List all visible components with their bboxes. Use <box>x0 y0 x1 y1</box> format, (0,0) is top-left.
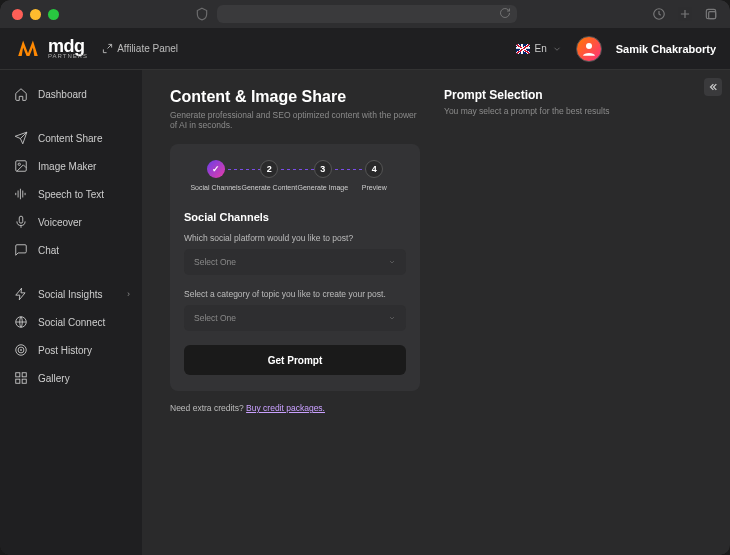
home-icon <box>14 87 28 101</box>
share-icon[interactable] <box>652 7 666 21</box>
sidebar-item-voiceover[interactable]: Voiceover <box>0 208 142 236</box>
platform-select-value: Select One <box>194 257 236 267</box>
maximize-window-button[interactable] <box>48 9 59 20</box>
step-3[interactable]: 3Generate Image <box>297 160 348 191</box>
svg-rect-6 <box>19 216 23 223</box>
brand-sub: PARTNERS <box>48 53 88 59</box>
svg-point-5 <box>18 163 20 165</box>
sidebar: DashboardContent ShareImage MakerSpeech … <box>0 70 142 555</box>
page-subtitle: Generate professional and SEO optimized … <box>170 110 420 130</box>
avatar[interactable] <box>576 36 602 62</box>
mic-icon <box>14 215 28 229</box>
avatar-illustration-icon <box>580 40 598 58</box>
titlebar <box>0 0 730 28</box>
category-select[interactable]: Select One <box>184 305 406 331</box>
prompt-panel-desc: You may select a prompt for the best res… <box>444 106 702 116</box>
buy-credits-link[interactable]: Buy credit packages. <box>246 403 325 413</box>
sound-icon <box>14 187 28 201</box>
new-tab-icon[interactable] <box>678 7 692 21</box>
sidebar-item-post-history[interactable]: Post History <box>0 336 142 364</box>
grid-icon <box>14 371 28 385</box>
step-circle: 4 <box>365 160 383 178</box>
wizard-card: ✓Social Channels2Generate Content3Genera… <box>170 144 420 391</box>
sidebar-item-image-maker[interactable]: Image Maker <box>0 152 142 180</box>
main-content: Content & Image Share Generate professio… <box>142 70 730 555</box>
page-title: Content & Image Share <box>170 88 420 106</box>
step-circle: 3 <box>314 160 332 178</box>
send-icon <box>14 131 28 145</box>
chevron-left-double-icon <box>708 82 718 92</box>
image-icon <box>14 159 28 173</box>
step-2[interactable]: 2Generate Content <box>241 160 297 191</box>
chevron-down-icon <box>388 258 396 266</box>
svg-rect-12 <box>22 373 26 377</box>
exit-icon <box>102 43 113 54</box>
sidebar-item-gallery[interactable]: Gallery <box>0 364 142 392</box>
sidebar-item-label: Content Share <box>38 133 103 144</box>
sidebar-item-social-insights[interactable]: Social Insights› <box>0 280 142 308</box>
chevron-right-icon: › <box>127 289 130 299</box>
sidebar-item-label: Dashboard <box>38 89 87 100</box>
reload-icon[interactable] <box>499 7 511 19</box>
affiliate-panel-link[interactable]: Affiliate Panel <box>102 43 178 54</box>
section-title: Social Channels <box>184 211 406 223</box>
platform-question: Which social platform would you like to … <box>184 233 406 243</box>
affiliate-label: Affiliate Panel <box>117 43 178 54</box>
sidebar-item-label: Speech to Text <box>38 189 104 200</box>
sidebar-item-label: Image Maker <box>38 161 96 172</box>
step-label: Generate Image <box>298 184 349 191</box>
category-select-value: Select One <box>194 313 236 323</box>
minimize-window-button[interactable] <box>30 9 41 20</box>
step-4[interactable]: 4Preview <box>349 160 400 191</box>
sidebar-item-content-share[interactable]: Content Share <box>0 124 142 152</box>
step-circle: ✓ <box>207 160 225 178</box>
step-1[interactable]: ✓Social Channels <box>190 160 241 191</box>
credits-cta: Need extra credits? Buy credit packages. <box>170 403 420 413</box>
sidebar-item-chat[interactable]: Chat <box>0 236 142 264</box>
credits-prefix: Need extra credits? <box>170 403 246 413</box>
get-prompt-button[interactable]: Get Prompt <box>184 345 406 375</box>
close-window-button[interactable] <box>12 9 23 20</box>
svg-point-10 <box>20 349 21 350</box>
user-name: Samik Chakraborty <box>616 43 716 55</box>
sidebar-item-label: Voiceover <box>38 217 82 228</box>
sidebar-item-label: Gallery <box>38 373 70 384</box>
chevron-down-icon <box>388 314 396 322</box>
category-question: Select a category of topic you like to c… <box>184 289 406 299</box>
language-selector[interactable]: En <box>516 43 562 54</box>
step-label: Preview <box>362 184 387 191</box>
app-header: mdg PARTNERS Affiliate Panel En Samik Ch… <box>0 28 730 70</box>
chevron-down-icon <box>552 44 562 54</box>
svg-rect-11 <box>16 373 20 377</box>
shield-icon <box>195 7 209 21</box>
stepper: ✓Social Channels2Generate Content3Genera… <box>184 156 406 201</box>
logo-mark-icon <box>14 35 42 63</box>
lang-label: En <box>535 43 547 54</box>
svg-rect-2 <box>709 12 716 19</box>
step-label: Generate Content <box>241 184 297 191</box>
sidebar-item-speech-to-text[interactable]: Speech to Text <box>0 180 142 208</box>
svg-rect-1 <box>706 9 715 18</box>
sidebar-item-label: Chat <box>38 245 59 256</box>
sidebar-item-label: Post History <box>38 345 92 356</box>
chat-icon <box>14 243 28 257</box>
sidebar-collapse-button[interactable] <box>704 78 722 96</box>
svg-point-3 <box>586 43 592 49</box>
sidebar-item-label: Social Insights <box>38 289 102 300</box>
prompt-panel-title: Prompt Selection <box>444 88 702 102</box>
flag-uk-icon <box>516 44 530 54</box>
step-circle: 2 <box>260 160 278 178</box>
tabs-icon[interactable] <box>704 7 718 21</box>
svg-point-9 <box>18 347 24 353</box>
step-label: Social Channels <box>190 184 241 191</box>
platform-select[interactable]: Select One <box>184 249 406 275</box>
address-bar[interactable] <box>217 5 517 23</box>
bolt-icon <box>14 287 28 301</box>
globe-icon <box>14 315 28 329</box>
svg-rect-13 <box>16 379 20 383</box>
svg-rect-14 <box>22 379 26 383</box>
sidebar-item-label: Social Connect <box>38 317 105 328</box>
sidebar-item-social-connect[interactable]: Social Connect <box>0 308 142 336</box>
sidebar-item-dashboard[interactable]: Dashboard <box>0 80 142 108</box>
logo: mdg PARTNERS <box>14 35 88 63</box>
